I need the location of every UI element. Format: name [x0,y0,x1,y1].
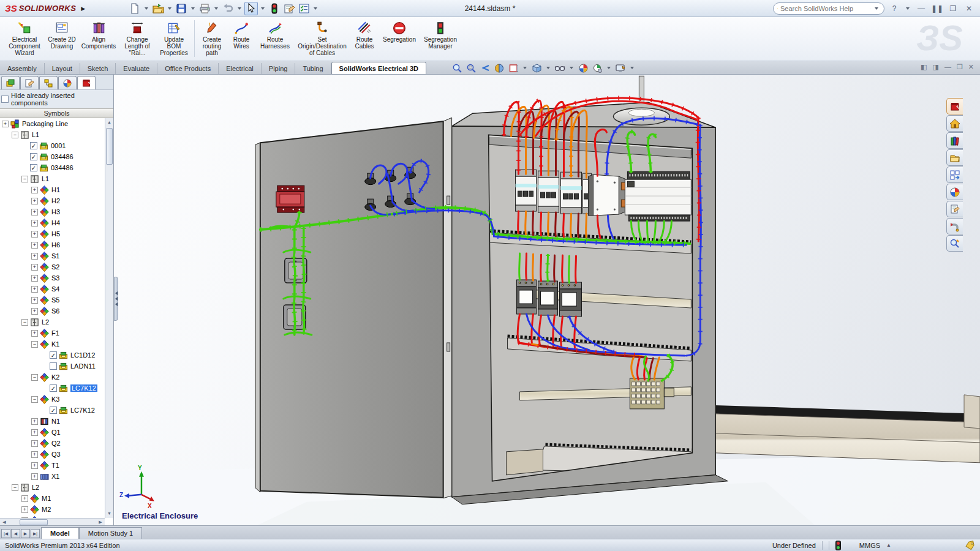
tree-expander[interactable]: + [31,275,38,282]
tree-item[interactable]: − L1 [0,173,105,184]
routing-fitting-icon[interactable] [946,218,963,234]
tree-expander[interactable]: − [12,484,18,491]
electrical-red-cube-icon[interactable] [946,98,963,114]
hscroll-thumb[interactable] [20,519,48,525]
tree-expander[interactable]: + [31,198,38,204]
ribbon-route-wires[interactable]: Route Wires [228,19,255,58]
print-button[interactable] [198,2,211,15]
tree-item[interactable]: ✓ LC7K12 [0,383,105,394]
tree-item[interactable]: + Q1 [0,427,105,438]
tree-expander[interactable]: + [31,209,38,216]
open-dropdown-icon[interactable] [168,7,172,10]
section-view-icon[interactable] [493,62,505,74]
tree-item[interactable]: + H2 [0,195,105,206]
tree-expander[interactable]: + [31,286,38,293]
tree-item[interactable]: − K3 [0,394,105,405]
tree-expander[interactable]: + [31,231,38,238]
design-library-books-icon[interactable] [946,132,963,149]
options-button[interactable] [297,2,311,15]
undo-dropdown-icon[interactable] [238,7,241,10]
motor-contactors[interactable] [517,280,582,317]
previous-view-icon[interactable] [479,62,491,74]
ribbon-align-components[interactable]: Align Components [79,19,118,58]
model-tab[interactable]: Model [41,527,79,539]
tree-item[interactable]: + H1 [0,184,105,195]
ribbon-create-2d-drawing[interactable]: Create 2D Drawing [46,19,78,58]
tree-expander[interactable]: + [31,451,38,458]
pane-right-icon[interactable]: ◨ [933,63,939,71]
tab-evaluate[interactable]: Evaluate [116,63,157,74]
status-traffic-light-icon[interactable] [835,541,841,550]
tree-item[interactable]: + Packaging Line [0,118,105,129]
tree-item[interactable]: + T1 [0,460,105,471]
tree-expander[interactable]: + [31,440,38,447]
tree-item[interactable]: + H4 [0,217,105,228]
tree-item[interactable]: + Q2 [0,438,105,449]
motion-study-tab[interactable]: Motion Study 1 [79,527,142,539]
feature-manager-tab-icon[interactable] [1,76,20,89]
search-wrench-icon[interactable] [946,235,963,252]
display-manager-tab-icon[interactable] [58,76,77,89]
first-tab-icon[interactable]: |◀ [1,529,10,538]
view-palette-icon[interactable] [946,167,963,183]
save-button[interactable] [175,2,188,15]
search-magnifier-icon[interactable] [870,4,870,12]
hide-inserted-checkbox[interactable] [1,96,9,103]
enclosure-interior[interactable] [489,133,704,481]
tree-item[interactable]: − K2 [0,372,105,383]
door-relay-red[interactable] [276,186,304,212]
zoom-to-fit-icon[interactable] [451,62,463,74]
tab-solidworks-electrical-3d[interactable]: SolidWorks Electrical 3D [331,62,426,74]
tree-expander[interactable]: + [31,473,38,480]
select-tool-button[interactable] [244,2,258,15]
ribbon-route-cables[interactable]: Route Cables [350,19,379,58]
apply-scene-icon[interactable] [577,62,589,74]
tree-item[interactable]: ✓ 0001 [0,140,105,151]
tree-item[interactable]: LADN11 [0,361,105,372]
interference-traffic-light-icon[interactable] [268,2,281,15]
scroll-left-icon[interactable]: ◀ [0,520,9,525]
last-tab-icon[interactable]: ▶| [31,529,40,538]
tree-checkbox[interactable]: ✓ [30,164,37,171]
tab-layout[interactable]: Layout [45,63,80,74]
options-dropdown-icon[interactable] [314,7,317,10]
minimize-button[interactable]: — [915,4,927,13]
tree-item[interactable]: ✓ 034486 [0,151,105,162]
3d-scene[interactable]: Y Z X [115,75,980,525]
tree-item[interactable]: + S4 [0,283,105,294]
undo-button[interactable] [221,2,235,15]
solidworks-electrical-tab-icon[interactable] [77,76,96,89]
menu-expand-arrow-icon[interactable]: ▶ [81,6,85,12]
new-document-button[interactable] [128,2,141,15]
hide-show-dropdown-icon[interactable] [570,67,573,69]
view-orientation-icon[interactable] [507,62,519,74]
tree-expander[interactable]: + [31,253,38,260]
tree-item[interactable]: ✓ LC7K12 [0,405,105,416]
tree-expander[interactable]: + [21,495,28,502]
graphics-viewport[interactable]: Y Z X Electrical Enclosure [115,75,980,525]
tree-item[interactable]: + H3 [0,206,105,217]
tree-item[interactable]: ✓ LC1D12 [0,350,105,361]
tree-expander[interactable]: + [31,242,38,249]
tree-item[interactable]: + Q3 [0,449,105,460]
cascade-windows-button[interactable]: ❐ [947,4,959,13]
scroll-down-icon[interactable]: ▼ [105,509,113,518]
component-tree[interactable]: + Packaging Line − L1 ✓ 0001 ✓ 034486 ✓ … [0,118,105,518]
tree-checkbox[interactable] [50,362,57,370]
tree-expander[interactable]: − [31,374,38,381]
ribbon-electrical-component-wizard[interactable]: Electrical Component Wizard [4,19,45,58]
view-orientation-dropdown-icon[interactable] [523,67,527,69]
tree-checkbox[interactable]: ✓ [50,407,57,414]
tree-checkbox[interactable]: ✓ [50,351,57,359]
property-manager-tab-icon[interactable] [20,76,39,89]
scroll-thumb[interactable] [106,128,113,165]
help-search-box[interactable]: ? [773,2,884,15]
tree-expander[interactable]: + [21,506,28,513]
tree-item[interactable]: − L1 [0,129,105,140]
tab-tubing[interactable]: Tubing [295,63,331,74]
select-dropdown-icon[interactable] [261,7,265,10]
doc-minimize-icon[interactable]: — [944,63,951,71]
tree-expander[interactable]: + [31,220,38,227]
tree-expander[interactable]: + [31,418,38,425]
tab-assembly[interactable]: Assembly [0,63,45,74]
